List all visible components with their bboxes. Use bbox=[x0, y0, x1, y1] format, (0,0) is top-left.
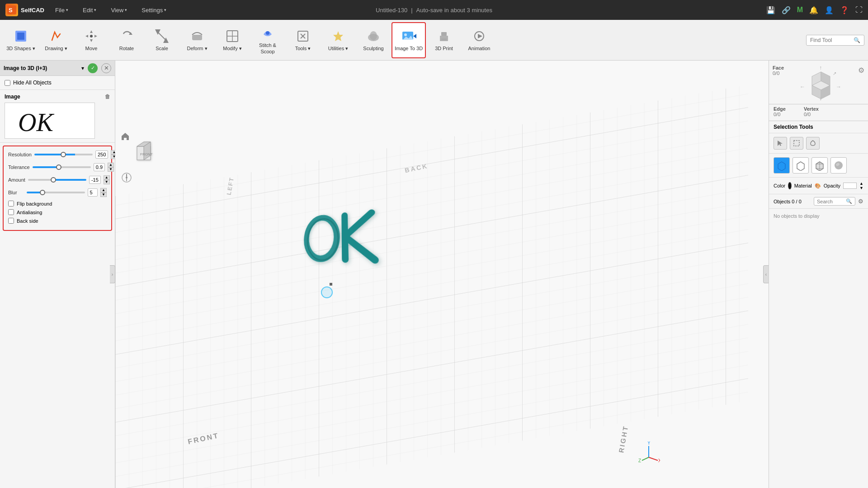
image-delete-icon[interactable]: 🗑 bbox=[105, 94, 110, 100]
tool-sculpting[interactable]: Sculpting bbox=[356, 22, 391, 58]
hide-objects-label: Hide All Objects bbox=[13, 80, 52, 86]
user-icon[interactable]: 👤 bbox=[825, 6, 834, 14]
find-tool-search-icon[interactable]: 🔍 bbox=[854, 37, 860, 43]
flip-background-label: Flip background bbox=[17, 201, 52, 206]
right-gear-icon[interactable]: ⚙ bbox=[858, 66, 864, 75]
back-side-label: Back side bbox=[17, 218, 38, 224]
right-panel: Face 0/0 ↑ ↓ ← bbox=[769, 61, 868, 488]
panel-confirm-button[interactable]: ✓ bbox=[88, 63, 98, 73]
material-icon[interactable]: 🎨 bbox=[815, 183, 821, 189]
bell-icon[interactable]: 🔔 bbox=[809, 6, 818, 14]
tool-modify[interactable]: Modify ▾ bbox=[215, 22, 250, 58]
viewport[interactable]: FRONT BACK LEFT RIGHT FRONT bbox=[115, 61, 769, 488]
find-tool-search[interactable]: 🔍 bbox=[806, 35, 864, 46]
blur-spinner[interactable]: ▲ ▼ bbox=[100, 188, 107, 197]
antialiasing-checkbox[interactable] bbox=[8, 209, 14, 215]
tolerance-down[interactable]: ▼ bbox=[108, 167, 114, 172]
tool-move[interactable]: Move bbox=[74, 22, 108, 58]
help-icon[interactable]: ❓ bbox=[840, 6, 849, 14]
tool-deform[interactable]: Deform ▾ bbox=[180, 22, 214, 58]
menu-file[interactable]: File ▾ bbox=[52, 5, 72, 15]
app-logo[interactable]: S SelfCAD bbox=[5, 4, 44, 16]
amount-slider[interactable] bbox=[28, 179, 86, 181]
select-arrow-tool[interactable] bbox=[774, 137, 787, 150]
objects-search-icon[interactable]: 🔍 bbox=[846, 198, 852, 204]
tool-animation[interactable]: Animation bbox=[462, 22, 496, 58]
svg-text:↗: ↗ bbox=[833, 71, 836, 76]
tool-image-to-3d[interactable]: Image To 3D bbox=[392, 22, 426, 58]
tool-drawing[interactable]: Drawing ▾ bbox=[39, 22, 73, 58]
tolerance-slider[interactable] bbox=[33, 166, 91, 168]
svg-text:Z: Z bbox=[638, 458, 641, 463]
amount-down[interactable]: ▼ bbox=[104, 180, 110, 184]
m-icon[interactable]: M bbox=[797, 6, 803, 14]
find-tool-input[interactable] bbox=[810, 37, 851, 43]
svg-point-39 bbox=[126, 177, 127, 178]
blur-up[interactable]: ▲ bbox=[100, 188, 107, 192]
objects-search-input[interactable] bbox=[817, 199, 844, 204]
amount-spinner[interactable]: ▲ ▼ bbox=[104, 175, 110, 184]
tool-scale[interactable]: Scale bbox=[145, 22, 179, 58]
expand-icon[interactable]: ⛶ bbox=[855, 6, 863, 14]
compass-button[interactable] bbox=[122, 173, 132, 184]
vertex-label: Vertex bbox=[804, 106, 819, 112]
amount-up[interactable]: ▲ bbox=[104, 175, 110, 180]
objects-search[interactable]: 🔍 bbox=[814, 197, 855, 206]
blur-slider[interactable] bbox=[27, 192, 85, 193]
menu-view[interactable]: View ▾ bbox=[107, 5, 131, 15]
hide-objects-row[interactable]: Hide All Objects bbox=[0, 76, 115, 90]
select-lasso-tool[interactable] bbox=[806, 137, 820, 150]
front-label: FRONT bbox=[187, 432, 220, 446]
tool-stitch-scoop[interactable]: Stitch & Scoop bbox=[250, 22, 285, 58]
tool-icon-rotate bbox=[119, 28, 134, 44]
edge-value: 0/0 bbox=[774, 112, 786, 117]
view-wireframe-mode[interactable] bbox=[793, 157, 809, 174]
objects-count: Objects 0 / 0 bbox=[774, 199, 811, 204]
right-nav-cube[interactable]: ↑ ↓ ← → ↗ bbox=[788, 65, 854, 101]
antialiasing-row[interactable]: Antialiasing bbox=[8, 209, 107, 215]
svg-rect-13 bbox=[192, 35, 202, 40]
panel-header: Image to 3D (I+3) ▾ ✓ ✕ bbox=[0, 61, 115, 76]
back-side-row[interactable]: Back side bbox=[8, 218, 107, 224]
right-panel-collapse[interactable]: ‹ bbox=[763, 265, 769, 283]
image-section: Image 🗑 OK bbox=[0, 90, 115, 143]
save-icon[interactable]: 💾 bbox=[766, 6, 775, 14]
panel-collapse-button[interactable]: › bbox=[110, 265, 115, 283]
panel-dropdown-arrow[interactable]: ▾ bbox=[81, 65, 84, 71]
tool-icon-scale bbox=[154, 28, 170, 44]
select-box-tool[interactable] bbox=[790, 137, 803, 150]
tool-tools[interactable]: Tools ▾ bbox=[286, 22, 320, 58]
image-preview[interactable]: OK bbox=[5, 103, 95, 139]
blur-down[interactable]: ▼ bbox=[100, 192, 107, 197]
home-button[interactable] bbox=[121, 132, 130, 143]
flip-background-checkbox[interactable] bbox=[8, 201, 14, 206]
opacity-value[interactable]: 0 bbox=[843, 183, 857, 189]
tool-label-3d-print: 3D Print bbox=[435, 46, 453, 52]
tool-3d-shapes[interactable]: 3D Shapes ▾ bbox=[4, 22, 38, 58]
nav-cube[interactable]: FRONT bbox=[128, 133, 160, 166]
tolerance-up[interactable]: ▲ bbox=[108, 163, 114, 167]
tolerance-label: Tolerance bbox=[8, 164, 30, 170]
opacity-spinner-up[interactable]: ▲▼ bbox=[859, 181, 863, 190]
flip-background-row[interactable]: Flip background bbox=[8, 201, 107, 206]
view-solid-mode[interactable] bbox=[774, 157, 790, 174]
share-icon[interactable]: 🔗 bbox=[782, 6, 791, 14]
panel-close-button[interactable]: ✕ bbox=[101, 63, 111, 73]
tool-label-sculpting: Sculpting bbox=[363, 46, 383, 52]
view-material-mode[interactable] bbox=[830, 157, 847, 174]
view-solid-wire-mode[interactable] bbox=[811, 157, 828, 174]
vertex-value: 0/0 bbox=[804, 112, 819, 117]
objects-gear-button[interactable]: ⚙ bbox=[858, 198, 863, 205]
menu-settings[interactable]: Settings ▾ bbox=[138, 5, 170, 15]
tool-label-scale: Scale bbox=[156, 46, 168, 52]
tool-3d-print[interactable]: 3D Print bbox=[427, 22, 461, 58]
color-swatch[interactable] bbox=[788, 182, 791, 189]
tool-utilities[interactable]: Utilities ▾ bbox=[321, 22, 355, 58]
hide-objects-checkbox[interactable] bbox=[5, 80, 10, 86]
menu-edit[interactable]: Edit ▾ bbox=[79, 5, 100, 15]
amount-row: Amount -15 ▲ ▼ bbox=[8, 175, 107, 184]
resolution-slider[interactable] bbox=[34, 154, 93, 155]
back-side-checkbox[interactable] bbox=[8, 218, 14, 224]
tool-rotate[interactable]: Rotate bbox=[109, 22, 144, 58]
tolerance-spinner[interactable]: ▲ ▼ bbox=[108, 163, 114, 172]
